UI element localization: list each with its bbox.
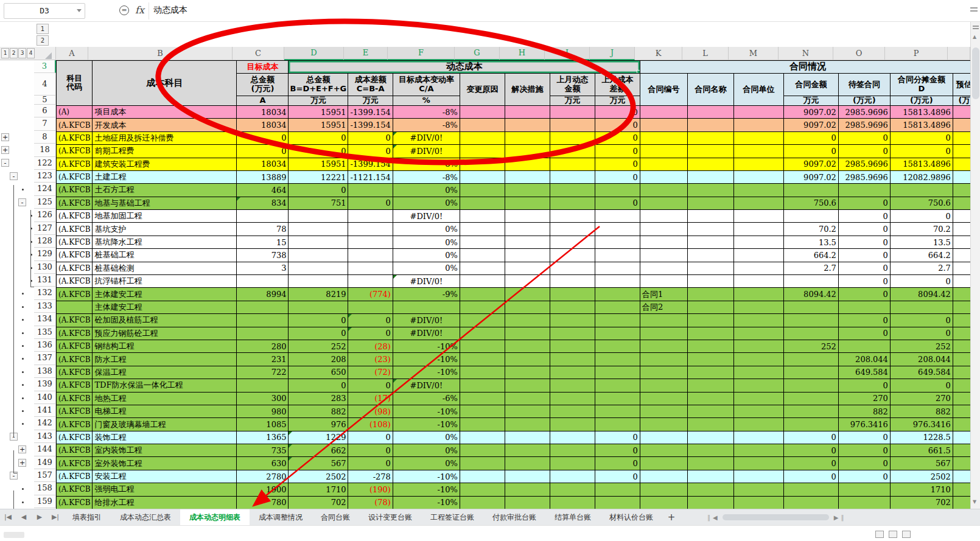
cell-F131[interactable]: #DIV/0! bbox=[393, 275, 460, 288]
cell-B159[interactable]: 给排水工程 bbox=[93, 496, 237, 509]
cell-L131[interactable] bbox=[687, 275, 733, 288]
cell-H142[interactable] bbox=[505, 418, 550, 431]
cell-G132[interactable] bbox=[460, 288, 505, 301]
cell-A142[interactable]: (A.KFCB bbox=[57, 418, 93, 431]
cell-I141[interactable] bbox=[550, 405, 595, 417]
cell-P129[interactable]: 664.2 bbox=[890, 249, 953, 262]
cell-N157[interactable]: 0 bbox=[783, 470, 838, 483]
cell-G140[interactable] bbox=[460, 392, 505, 405]
header-cell-f4[interactable]: 目标成本变动率C/A bbox=[393, 74, 460, 96]
row-header-124[interactable]: 124 bbox=[34, 183, 56, 195]
cell-G137[interactable] bbox=[460, 353, 505, 366]
column-header-I[interactable]: I bbox=[545, 47, 590, 60]
cell-D140[interactable]: 283 bbox=[289, 392, 348, 405]
cell-M133[interactable] bbox=[733, 301, 783, 313]
cell-G141[interactable] bbox=[460, 405, 505, 417]
cell-M122[interactable] bbox=[733, 158, 783, 170]
cell-A132[interactable]: (A.KFCB bbox=[57, 288, 93, 301]
cell-E138[interactable]: (72) bbox=[348, 366, 393, 379]
cell-E144[interactable]: 0 bbox=[348, 444, 393, 457]
cell-H159[interactable] bbox=[505, 496, 550, 509]
cell-E158[interactable]: (190) bbox=[348, 483, 393, 496]
cell-A139[interactable]: (A.KFCB bbox=[57, 379, 93, 392]
header-cell-j5[interactable]: 万元 bbox=[595, 96, 640, 106]
cell-G139[interactable] bbox=[460, 379, 505, 392]
header-cell-n4[interactable]: 合同金额 bbox=[783, 74, 838, 96]
cell-C122[interactable]: 18034 bbox=[237, 158, 289, 170]
tab-scroll-left-icon[interactable]: ◀ bbox=[713, 514, 718, 521]
cell-A136[interactable]: (A.KFCB bbox=[57, 340, 93, 352]
header-cell-f5[interactable]: % bbox=[393, 96, 460, 106]
vertical-split-icon[interactable] bbox=[973, 26, 979, 29]
header-cell-p4[interactable]: 合同分摊金额D bbox=[890, 74, 953, 96]
cell-B138[interactable]: 保温工程 bbox=[93, 366, 237, 379]
cell-M142[interactable] bbox=[733, 418, 783, 431]
row-header-135[interactable]: 135 bbox=[34, 326, 56, 339]
cell-J18[interactable]: 0 bbox=[595, 145, 640, 158]
cell-H135[interactable] bbox=[505, 327, 550, 340]
cell-J159[interactable] bbox=[595, 496, 640, 509]
header-cell-o5[interactable]: (万元) bbox=[838, 96, 890, 106]
cell-M127[interactable] bbox=[733, 223, 783, 236]
header-cell-n5[interactable]: 万元 bbox=[783, 96, 838, 106]
cell-I159[interactable] bbox=[550, 496, 595, 509]
cell-A157[interactable]: (A.KFCB bbox=[57, 470, 93, 483]
header-cell-target[interactable]: 目标成本 bbox=[237, 61, 289, 74]
cell-K18[interactable] bbox=[640, 145, 687, 158]
cell-D130[interactable] bbox=[289, 262, 348, 274]
name-box[interactable]: D3 bbox=[4, 3, 85, 19]
cell-A143[interactable]: (A.KFCB bbox=[57, 431, 93, 444]
cell-E140[interactable]: (17) bbox=[348, 392, 393, 405]
cell-N135[interactable] bbox=[783, 327, 838, 340]
sheet-tab-10[interactable]: 材料认价台账 bbox=[600, 509, 662, 525]
cell-G123[interactable] bbox=[460, 170, 505, 183]
cell-H122[interactable] bbox=[505, 158, 550, 170]
cell-K136[interactable] bbox=[640, 340, 687, 352]
cell-I137[interactable] bbox=[550, 353, 595, 366]
row-header-128[interactable]: 128 bbox=[34, 235, 56, 248]
header-cell-b[interactable]: 成本科目 bbox=[93, 61, 237, 106]
cell-K157[interactable] bbox=[640, 470, 687, 483]
row-header-158[interactable]: 158 bbox=[34, 482, 56, 495]
row-header-141[interactable]: 141 bbox=[34, 404, 56, 417]
cell-F8[interactable]: #DIV/0! bbox=[393, 131, 460, 144]
cell-H126[interactable] bbox=[505, 210, 550, 223]
insert-function-fx-icon[interactable]: fx bbox=[135, 4, 144, 16]
cell-D125[interactable]: 751 bbox=[289, 197, 348, 209]
cell-O139[interactable]: 0 bbox=[838, 379, 890, 392]
cell-L18[interactable] bbox=[687, 145, 733, 158]
cell-A124[interactable]: (A.KFCB bbox=[57, 184, 93, 197]
row-outline-level-1-button[interactable]: 1 bbox=[1, 48, 9, 58]
cell-P128[interactable]: 13.5 bbox=[890, 236, 953, 248]
cell-G135[interactable] bbox=[460, 327, 505, 340]
cell-A144[interactable]: (A.KFCB bbox=[57, 444, 93, 457]
header-cell-m[interactable]: 合同单位 bbox=[733, 74, 783, 106]
column-header-A[interactable]: A bbox=[56, 47, 88, 60]
row-header-142[interactable]: 142 bbox=[34, 417, 56, 430]
cell-I123[interactable] bbox=[550, 170, 595, 183]
cell-F18[interactable]: #DIV/0! bbox=[393, 145, 460, 158]
cell-I139[interactable] bbox=[550, 379, 595, 392]
cell-B122[interactable]: 建筑安装工程费 bbox=[93, 158, 237, 170]
cell-L124[interactable] bbox=[687, 184, 733, 197]
cell-A8[interactable]: (A.KFCB bbox=[57, 131, 93, 144]
cell-F140[interactable]: -6% bbox=[393, 392, 460, 405]
row-header-134[interactable]: 134 bbox=[34, 313, 56, 326]
cell-E122[interactable]: -1399.154 bbox=[348, 158, 393, 170]
cell-J122[interactable]: 0 bbox=[595, 158, 640, 170]
cell-O123[interactable]: 2985.9696 bbox=[838, 170, 890, 183]
row-header-144[interactable]: 144 bbox=[34, 443, 56, 456]
cell-H143[interactable] bbox=[505, 431, 550, 444]
cell-B125[interactable]: 地基与基础工程 bbox=[93, 197, 237, 209]
cell-E123[interactable]: -1121.154 bbox=[348, 170, 393, 183]
row-header-136[interactable]: 136 bbox=[34, 339, 56, 352]
cell-B157[interactable]: 安装工程 bbox=[93, 470, 237, 483]
cell-I158[interactable] bbox=[550, 483, 595, 496]
sheet-tab-4[interactable]: 成本调整情况 bbox=[250, 509, 312, 525]
cell-N141[interactable] bbox=[783, 405, 838, 417]
cell-E135[interactable]: 0 bbox=[348, 327, 393, 340]
cell-O135[interactable]: 0 bbox=[838, 327, 890, 340]
cell-P134[interactable]: 0 bbox=[890, 314, 953, 327]
cell-C142[interactable]: 1085 bbox=[237, 418, 289, 431]
cell-E134[interactable]: 0 bbox=[348, 314, 393, 327]
